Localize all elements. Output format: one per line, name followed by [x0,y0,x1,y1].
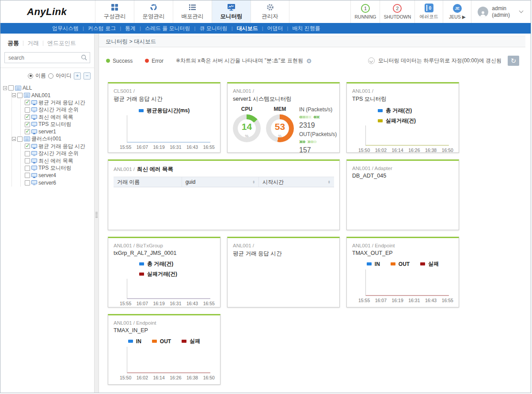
radio-id[interactable] [48,73,53,79]
chevron-down-icon [519,9,524,13]
badge-errorcode[interactable]: 0에러코드 [414,0,443,23]
jeus-icon: JE [453,4,462,13]
tree-item-label[interactable]: 장시간 거래 순위 [38,106,79,114]
tree-checkbox[interactable] [8,85,14,91]
cpu-gauge: 14% [233,114,261,142]
nav-tab-operations[interactable]: 운영관리 [134,0,173,23]
tree-item-label[interactable]: 최신 에러 목록 [38,157,73,165]
monitor-icon [31,180,37,184]
nav-tab-label: 모니터링 [220,13,243,20]
tree-expander-icon[interactable] [12,93,16,97]
tree-checkbox[interactable] [17,136,23,142]
tree-checkbox[interactable] [25,122,30,127]
in-packets-label: IN (Packets/s) [299,106,337,114]
menu-item-4[interactable]: 큐 모니터링 [199,25,227,32]
badge-running[interactable]: 1RUNNING [350,0,380,23]
tree-item-label[interactable]: 클러스터001 [31,135,61,143]
tick-label: 15:50 [120,375,131,380]
menu-item-7[interactable]: 배치 진행률 [292,25,320,32]
menu-item-1[interactable]: 커스텀 로그 [88,25,116,32]
tree-checkbox[interactable] [25,166,30,171]
tick-label: 16:07 [137,301,148,306]
card-title-prefix: ANL001 / Endpoint [352,243,453,248]
monitor-icon [31,100,37,104]
chart-area: 15:5516:0716:1916:3116:4316:55 [114,278,215,306]
out-packets-icon: »»»»» [299,138,316,145]
card-title-main: 평균 거래 응답 시간 [114,95,215,103]
sort-arrows-icon[interactable]: ▲▼ [328,180,331,184]
sidebar-tab-0[interactable]: 공통 [8,39,19,47]
nav-tab-config[interactable]: 구성관리 [95,0,134,23]
settings-gear-icon[interactable]: ⚙ [306,57,312,64]
sidebar-splitter[interactable] [95,34,99,393]
search-icon[interactable] [81,54,87,63]
user-menu[interactable]: admin (admin) [471,0,531,23]
tree-checkbox[interactable] [25,107,30,113]
tree-checkbox[interactable] [25,144,30,149]
nav-tab-monitoring[interactable]: 모니터링 [212,0,251,23]
tree-checkbox[interactable] [17,93,23,98]
tree-item-label[interactable]: server6 [38,180,56,186]
tree-item-label[interactable]: TPS 모니터링 [38,164,72,172]
sidebar-tab-2[interactable]: 엔드포인트 [47,39,76,47]
sidebar-tab-1[interactable]: 거래 [27,39,39,47]
badge-shutdown[interactable]: 2SHUTDOWN [380,0,414,23]
dashboard-cards: CLS001 /평균 거래 응답 시간평균응답시간(ms)15:5516:071… [108,82,531,385]
mem-gauge: 53% [266,114,294,142]
tree-checkbox[interactable] [25,158,30,163]
tree-item-label[interactable]: 최신 에러 목록 [38,114,73,121]
card-title-main: TPS 모니터링 [352,95,453,103]
tree-item-label[interactable]: 장시간 거래 순위 [38,150,79,157]
tick-label: 16:31 [408,298,420,303]
legend-item: 실패거래(건) [139,270,215,278]
chart-series-line [127,142,210,143]
tree-item-label[interactable]: 평균 거래 응답 시간 [38,99,85,106]
menu-item-2[interactable]: 통계 [125,25,136,32]
menu-separator: | [140,26,141,31]
chart-legend: INOUT실패 [352,260,453,268]
tree-item-label[interactable]: TPS 모니터링 [38,121,72,128]
tree-checkbox[interactable] [25,180,30,186]
group-icon [24,93,30,98]
nav-tab-admin[interactable]: 관리자 [251,0,289,23]
tree-checkbox[interactable] [25,151,30,156]
radio-name[interactable] [28,73,33,79]
tree-item-label[interactable]: ANL001 [31,92,50,98]
menu-item-3[interactable]: 스레드 풀 모니터링 [145,25,190,32]
tree-expander-icon[interactable] [3,86,7,90]
tree-expand-all-button[interactable]: + [74,72,81,80]
card-title-prefix: CLS001 / [114,88,215,94]
badge-jeus[interactable]: JEJEUS ▶ [443,0,471,23]
gear-icon [266,3,274,11]
tree-collapse-all-button[interactable]: − [84,72,91,80]
tick-label: 16:43 [186,301,198,306]
gauge-cpu: CPU14% [233,106,261,156]
list-icon [189,3,196,11]
line-chart [365,269,450,296]
sort-arrows-icon[interactable]: ▲▼ [252,180,255,184]
tree-checkbox[interactable] [25,173,30,178]
tree-item: server4 [21,172,93,179]
tree-checkbox[interactable] [25,114,30,120]
menu-item-6[interactable]: 어댑터 [267,25,283,32]
tree-item-label[interactable]: server4 [38,172,56,178]
card-title-prefix: ANL001 / [352,88,453,94]
tree-checkbox[interactable] [25,100,30,105]
search-input[interactable] [4,52,90,63]
column-header-1: guid▲▼ [182,177,259,187]
tick-label: 15:55 [358,298,370,303]
sidebar-tabs: 공통거래엔드포인트 [0,34,94,51]
nav-tab-deploy[interactable]: 배포관리 [173,0,212,23]
tree-checkbox[interactable] [25,129,30,134]
legend-item: OUT [391,260,410,268]
menu-item-0[interactable]: 업무시스템 [52,25,79,32]
menu-item-5[interactable]: 대시보드 [237,25,258,32]
legend-key-icon [378,109,383,112]
tree-item-label[interactable]: ALL [23,85,32,91]
tree-item-label[interactable]: server1 [38,129,56,135]
chart-legend: 총 거래(건)실패거래(건) [378,107,453,125]
tree-item-label[interactable]: 평균 거래 응답 시간 [38,143,85,150]
tree-expander-icon[interactable] [12,137,16,141]
refresh-button[interactable]: ↻ [508,56,519,66]
x-axis-ticks: 15:5516:0716:1916:3116:4316:55 [120,301,215,306]
